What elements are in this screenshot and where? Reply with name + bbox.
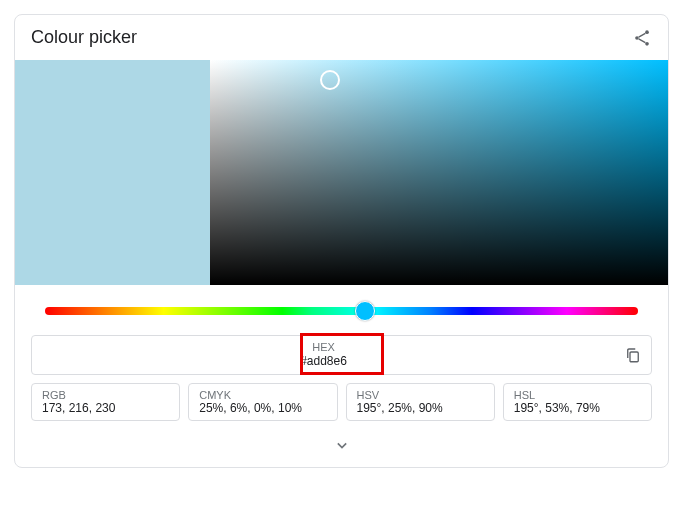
format-label: RGB (42, 389, 169, 401)
svg-point-1 (635, 36, 639, 40)
format-hsv[interactable]: HSV 195°, 25%, 90% (346, 383, 495, 421)
header: Colour picker (15, 15, 668, 60)
svg-point-0 (645, 30, 649, 34)
format-cmyk[interactable]: CMYK 25%, 6%, 0%, 10% (188, 383, 337, 421)
copy-icon[interactable] (615, 346, 651, 364)
format-row: RGB 173, 216, 230 CMYK 25%, 6%, 0%, 10% … (15, 375, 668, 427)
format-value: 25%, 6%, 0%, 10% (199, 401, 326, 415)
format-label: CMYK (199, 389, 326, 401)
share-icon[interactable] (632, 28, 652, 48)
format-value: 173, 216, 230 (42, 401, 169, 415)
format-rgb[interactable]: RGB 173, 216, 230 (31, 383, 180, 421)
format-value: 195°, 25%, 90% (357, 401, 484, 415)
hex-field[interactable]: HEX #add8e6 (31, 335, 652, 375)
saturation-value-picker[interactable] (210, 60, 668, 285)
svg-point-2 (645, 42, 649, 46)
hex-value: #add8e6 (32, 354, 615, 368)
format-value: 195°, 53%, 79% (514, 401, 641, 415)
hue-slider-wrap (15, 285, 668, 325)
expand-toggle[interactable] (15, 427, 668, 467)
preview-row (15, 60, 668, 285)
colour-swatch (15, 60, 210, 285)
hex-display: HEX #add8e6 (32, 341, 615, 369)
colour-picker-card: Colour picker HEX #add8e6 (14, 14, 669, 468)
format-label: HSV (357, 389, 484, 401)
format-hsl[interactable]: HSL 195°, 53%, 79% (503, 383, 652, 421)
hue-thumb[interactable] (355, 301, 375, 321)
svg-rect-3 (630, 352, 638, 362)
page-title: Colour picker (31, 27, 137, 48)
hex-label: HEX (32, 341, 615, 354)
chevron-down-icon (332, 435, 352, 455)
format-label: HSL (514, 389, 641, 401)
hue-slider[interactable] (45, 307, 638, 315)
sv-thumb[interactable] (320, 70, 340, 90)
